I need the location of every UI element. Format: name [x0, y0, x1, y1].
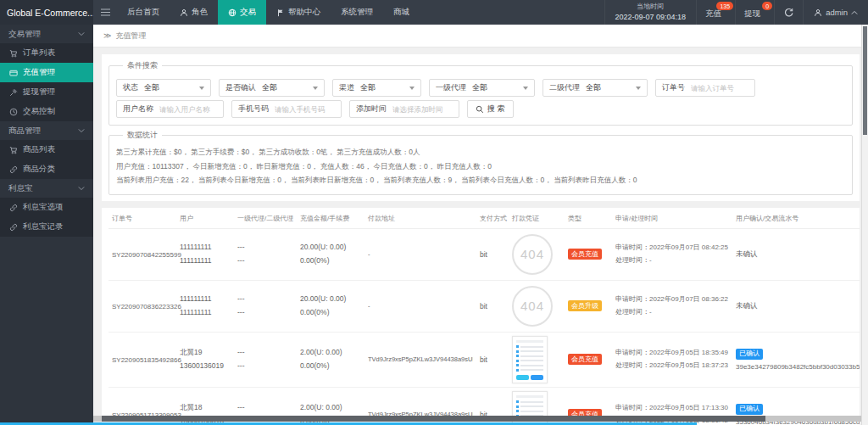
add-time-input[interactable]: [392, 105, 459, 114]
top-nav: 后台首页 角色 交易 帮助中心 系统管理 商城: [117, 0, 420, 25]
fee-amount: 0.00(0%): [300, 360, 361, 372]
sidebar-group-trade-management[interactable]: 交易管理: [0, 25, 93, 43]
order-no: SY2209051835492866: [112, 356, 181, 364]
sidebar-item-interest-records[interactable]: 利息宝记录: [0, 217, 93, 237]
sidebar-toggle-button[interactable]: [93, 0, 117, 25]
condition-search-fieldset: 条件搜索 状态 全部 是否确认 全部 渠道: [108, 60, 853, 126]
gavel-icon: [9, 88, 18, 97]
nav-item-trade[interactable]: 交易: [218, 0, 266, 25]
sidebar-item-withdraw-management[interactable]: 提现管理: [0, 82, 93, 102]
phone-label: 手机号码: [232, 103, 275, 115]
phone-input[interactable]: [275, 105, 341, 114]
add-time-group: 添加时间: [349, 100, 459, 118]
sidebar-item-label: 充值管理: [23, 67, 55, 78]
table-row: SY2209070836223326 111111111 111111111 -…: [108, 280, 860, 332]
sidebar-item-trade-control[interactable]: 交易控制: [0, 102, 93, 121]
agent1-value: 全部: [472, 82, 520, 93]
refresh-button[interactable]: [774, 0, 803, 25]
confirm-select[interactable]: 是否确认 全部: [219, 79, 325, 97]
voucher-thumbnail[interactable]: [512, 336, 548, 383]
link-icon: [9, 223, 18, 232]
username-input[interactable]: [159, 105, 223, 114]
nav-item-roles[interactable]: 角色: [170, 0, 218, 25]
sidebar-item-recharge-management[interactable]: 充值管理: [0, 63, 93, 82]
user-menu-button[interactable]: admin: [803, 0, 868, 25]
col-amount-fee: 充值金额/手续费: [297, 208, 364, 229]
chevron-down-icon: [78, 186, 85, 191]
order-no-label: 订单号: [656, 82, 691, 93]
nav-item-mall[interactable]: 商城: [383, 0, 420, 25]
username-label: 用户名称: [117, 103, 159, 115]
horizontal-scrollbar[interactable]: [93, 416, 861, 422]
nav-label: 系统管理: [341, 7, 373, 18]
sidebar-item-label: 商品列表: [23, 144, 55, 155]
vertical-scrollbar[interactable]: [861, 25, 868, 425]
recharge-notice-button[interactable]: 充值 135: [696, 0, 735, 25]
username-group: 用户名称: [116, 100, 224, 118]
table-row: SY2209051835492866 北翼19 13600136019 --- …: [108, 332, 860, 387]
channel-value: 全部: [360, 82, 406, 93]
pay-method: bit: [480, 355, 487, 364]
card-icon: [9, 69, 18, 77]
confirmed-badge: 已确认: [736, 349, 763, 360]
sidebar-group-interest-treasure[interactable]: 利息宝: [0, 179, 93, 198]
handle-time: 处理时间：-: [615, 306, 729, 318]
pay-method: bit: [480, 302, 487, 310]
nav-item-system[interactable]: 系统管理: [331, 0, 383, 25]
nav-item-dashboard[interactable]: 后台首页: [117, 0, 170, 25]
order-no-input[interactable]: [691, 84, 754, 92]
user-phone: 13600136019: [180, 360, 231, 372]
main-content: ≫ 充值管理 条件搜索 状态 全部 是否确认 全部: [93, 25, 861, 425]
filter-card: 条件搜索 状态 全部 是否确认 全部 渠道: [102, 54, 860, 201]
sidebar-group-goods-management[interactable]: 商品管理: [0, 121, 93, 140]
vertical-scrollbar-thumb[interactable]: [863, 26, 867, 135]
recharge-count-badge: 135: [716, 2, 733, 10]
thumbnail-buttons: [516, 375, 543, 380]
sidebar-group-label: 利息宝: [8, 183, 33, 194]
withdraw-notice-button[interactable]: 提现 0: [735, 0, 774, 25]
type-badge: 会员充值: [568, 354, 602, 365]
sidebar-item-interest-options[interactable]: 利息宝选项: [0, 198, 93, 217]
stats-line-third-party: 第三方累计充值：$0， 第三方手续费：$0， 第三方成功收款：0笔， 第三方充值…: [116, 145, 845, 159]
channel-select[interactable]: 渠道 全部: [332, 79, 421, 97]
apply-time: 申请时间：2022年09月07日 08:42:25: [615, 242, 729, 254]
agent1-select[interactable]: 一级代理 全部: [429, 79, 535, 97]
recharge-table-card: 订单号 用户 一级代理/二级代理 充值金额/手续费 付款地址 支付方式 打款凭证…: [102, 208, 860, 425]
horizontal-scrollbar-thumb[interactable]: [102, 416, 765, 422]
phone-group: 手机号码: [231, 100, 342, 118]
caret-down-icon: [523, 87, 528, 90]
nav-label: 帮助中心: [288, 7, 320, 18]
withdraw-label: 提现: [744, 8, 760, 20]
data-statistics-legend: 数据统计: [123, 130, 162, 141]
chevron-down-icon: [78, 128, 85, 133]
nav-label: 商城: [393, 7, 409, 18]
cart-icon: [9, 146, 18, 154]
nav-label: 后台首页: [127, 7, 159, 18]
chevron-down-icon: [78, 31, 85, 36]
sidebar-group-label: 商品管理: [8, 126, 41, 137]
person-icon: [814, 8, 822, 17]
username: admin: [826, 8, 848, 17]
sidebar-item-goods-list[interactable]: 商品列表: [0, 140, 93, 159]
agent-level1: ---: [237, 293, 293, 305]
sidebar-item-goods-category[interactable]: 商品分类: [0, 159, 93, 179]
recharge-amount: 20.00(U: 0.00): [300, 293, 361, 305]
withdraw-count-badge: 0: [762, 2, 772, 10]
table-header: 订单号 用户 一级代理/二级代理 充值金额/手续费 付款地址 支付方式 打款凭证…: [108, 208, 860, 229]
link-icon: [9, 165, 18, 174]
sidebar-item-order-list[interactable]: 订单列表: [0, 43, 93, 63]
voucher-404[interactable]: 404: [512, 234, 553, 275]
apply-time: 申请时间：2022年09月05日 17:13:30: [615, 402, 729, 414]
confirm-value: 全部: [262, 82, 309, 93]
voucher-404[interactable]: 404: [512, 286, 553, 327]
cart-icon: [9, 49, 18, 58]
nav-item-help-center[interactable]: 帮助中心: [266, 0, 331, 25]
topbar: Global E-Commerce... 后台首页 角色 交易 帮助中心 系统管…: [0, 0, 868, 25]
recharge-table: 订单号 用户 一级代理/二级代理 充值金额/手续费 付款地址 支付方式 打款凭证…: [108, 208, 860, 425]
agent2-select[interactable]: 二级代理 全部: [542, 79, 648, 97]
flag-icon: [276, 8, 285, 17]
search-button-label: 搜 索: [487, 103, 505, 115]
search-button[interactable]: 搜 索: [467, 100, 514, 118]
status-select[interactable]: 状态 全部: [116, 79, 211, 97]
page-title: 充值管理: [115, 31, 146, 42]
